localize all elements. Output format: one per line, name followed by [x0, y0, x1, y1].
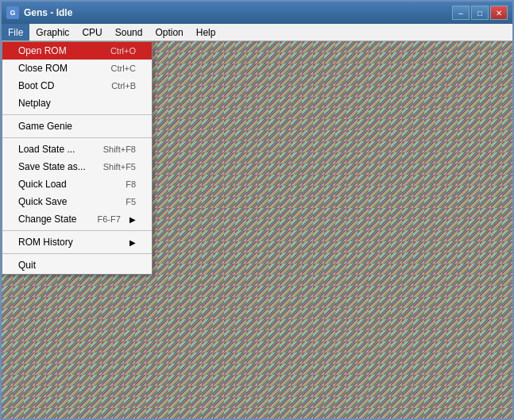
app-window: G Gens - Idle – □ ✕ File Graphic CPU Sou… [0, 0, 514, 420]
menu-quick-load[interactable]: Quick Load F8 [2, 175, 152, 193]
netplay-label: Netplay [18, 98, 51, 109]
rom-history-arrow: ▶ [129, 238, 136, 247]
minimize-button[interactable]: – [452, 6, 470, 20]
menu-game-genie[interactable]: Game Genie [2, 118, 152, 135]
separator-1 [2, 114, 152, 115]
title-controls: – □ ✕ [452, 6, 508, 20]
menu-save-state-as[interactable]: Save State as... Shift+F5 [2, 158, 152, 175]
close-button[interactable]: ✕ [490, 6, 508, 20]
menu-cpu[interactable]: CPU [75, 24, 108, 40]
boot-cd-shortcut: Ctrl+B [111, 81, 136, 91]
menu-open-rom[interactable]: Open ROM Ctrl+O [2, 42, 152, 60]
menu-help[interactable]: Help [190, 24, 222, 40]
menu-change-state[interactable]: Change State F6-F7 ▶ [2, 210, 152, 228]
menu-bar: File Graphic CPU Sound Option Help [2, 24, 512, 41]
change-state-arrow: ▶ [129, 215, 136, 224]
load-state-label: Load State ... [18, 144, 75, 155]
menu-sound[interactable]: Sound [109, 24, 149, 40]
save-state-as-label: Save State as... [18, 161, 86, 172]
change-state-shortcut: F6-F7 [98, 214, 121, 224]
quick-save-label: Quick Save [18, 196, 67, 207]
separator-4 [2, 253, 152, 254]
menu-quit[interactable]: Quit [2, 256, 152, 274]
change-state-label: Change State [18, 214, 76, 225]
restore-button[interactable]: □ [471, 6, 489, 20]
quick-load-label: Quick Load [18, 179, 67, 190]
file-dropdown: Open ROM Ctrl+O Close ROM Ctrl+C Boot CD… [2, 41, 153, 275]
save-state-as-shortcut: Shift+F5 [103, 162, 136, 171]
menu-netplay[interactable]: Netplay [2, 94, 152, 112]
open-rom-label: Open ROM [18, 45, 67, 56]
title-bar: G Gens - Idle – □ ✕ [2, 2, 512, 24]
menu-close-rom[interactable]: Close ROM Ctrl+C [2, 60, 152, 77]
title-bar-left: G Gens - Idle [6, 6, 72, 19]
quick-load-shortcut: F8 [126, 179, 136, 189]
game-genie-label: Game Genie [18, 121, 72, 132]
close-rom-shortcut: Ctrl+C [111, 64, 136, 73]
boot-cd-label: Boot CD [18, 80, 54, 91]
quick-save-shortcut: F5 [126, 197, 136, 206]
menu-option[interactable]: Option [149, 24, 189, 40]
load-state-shortcut: Shift+F8 [103, 144, 136, 154]
open-rom-shortcut: Ctrl+O [110, 46, 136, 56]
menu-load-state[interactable]: Load State ... Shift+F8 [2, 141, 152, 158]
rom-history-label: ROM History [18, 237, 73, 248]
menu-boot-cd[interactable]: Boot CD Ctrl+B [2, 77, 152, 94]
main-content: Open ROM Ctrl+O Close ROM Ctrl+C Boot CD… [2, 41, 512, 418]
window-title: Gens - Idle [24, 7, 72, 18]
separator-3 [2, 230, 152, 231]
app-icon: G [6, 6, 19, 19]
quit-label: Quit [18, 260, 36, 271]
menu-graphic[interactable]: Graphic [29, 24, 75, 40]
menu-file[interactable]: File [2, 24, 29, 40]
separator-2 [2, 137, 152, 138]
menu-quick-save[interactable]: Quick Save F5 [2, 193, 152, 210]
menu-rom-history[interactable]: ROM History ▶ [2, 233, 152, 251]
close-rom-label: Close ROM [18, 63, 68, 74]
